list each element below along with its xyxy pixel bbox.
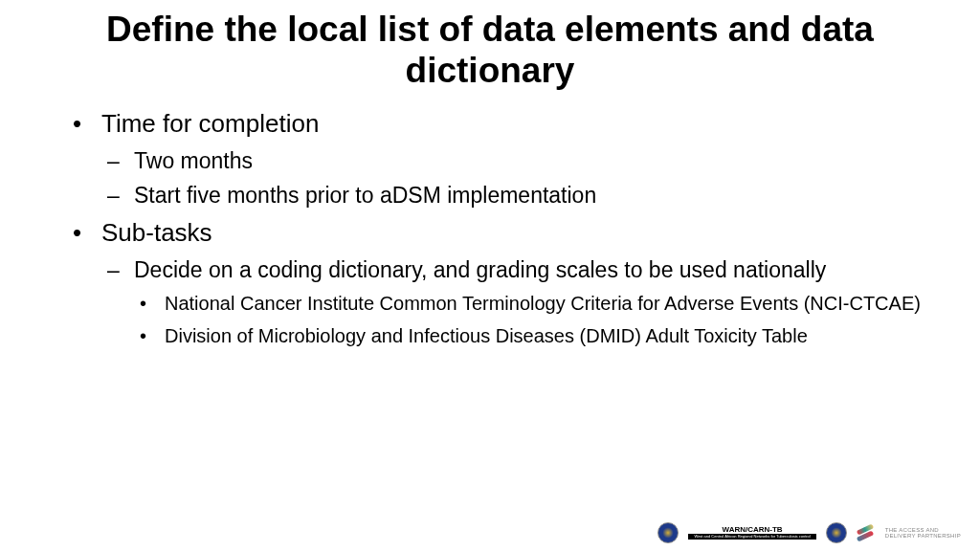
bullet-label: Decide on a coding dictionary, and gradi… [134,257,826,282]
sub-list: Two months Start five months prior to aD… [107,147,942,210]
bullet-label: Two months [134,148,253,173]
list-item: Two months [107,147,942,175]
bullet-label: Time for completion [101,109,319,138]
warn-logo: WARN/CARN-TB West and Central African Re… [688,526,815,540]
slide-content: Define the local list of data elements a… [0,0,980,348]
detail-list: National Cancer Institute Common Termino… [140,291,942,348]
warn-title: WARN/CARN-TB [723,526,783,534]
sub-list: Decide on a coding dictionary, and gradi… [107,256,942,349]
list-item: Division of Microbiology and Infectious … [140,323,942,348]
footer-logos: WARN/CARN-TB West and Central African Re… [657,522,961,543]
list-item: Start five months prior to aDSM implemen… [107,182,942,209]
seal-icon [657,522,679,543]
adp-line: DELIVERY PARTNERSHIP [885,533,961,539]
adp-logo: THE ACCESS AND DELIVERY PARTNERSHIP [885,527,961,539]
warn-subtitle: West and Central African Regional Networ… [688,534,815,540]
list-item: Sub-tasks Decide on a coding dictionary,… [73,217,942,348]
bullet-list: Time for completion Two months Start fiv… [73,108,942,348]
list-item: Time for completion Two months Start fiv… [73,108,942,209]
list-item: National Cancer Institute Common Termino… [140,291,942,316]
bullet-label: Sub-tasks [101,218,212,247]
bullet-label: Division of Microbiology and Infectious … [165,325,808,346]
bullet-label: National Cancer Institute Common Termino… [165,293,921,314]
list-item: Decide on a coding dictionary, and gradi… [107,256,942,349]
slide-title: Define the local list of data elements a… [38,10,942,91]
swish-icon [857,523,876,542]
bullet-label: Start five months prior to aDSM implemen… [134,183,596,208]
seal-icon [826,522,847,543]
